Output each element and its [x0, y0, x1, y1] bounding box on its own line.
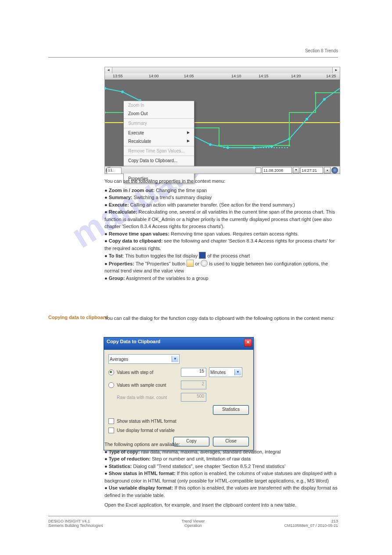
- ctx-summary: Summary: [124, 119, 194, 127]
- footer-date: CM110588en_07 / 2010-05-21: [284, 523, 338, 528]
- svg-point-13: [306, 118, 308, 120]
- tick-1: 14:00: [149, 74, 159, 78]
- chart-plot-area: Zoom In Zoom Out Summary Execute▶ Recalc…: [105, 80, 340, 167]
- svg-point-8: [209, 143, 212, 146]
- label-raw: Raw data with max. count: [117, 395, 178, 400]
- tick-5: 14:20: [291, 74, 301, 78]
- tick-6: 14:25: [326, 74, 336, 78]
- chart-screenshot: ◄ ► 13:55 14:00 14:05 14:10 14:15 14:20 …: [104, 67, 340, 174]
- svg-rect-19: [315, 92, 316, 94]
- chevron-down-icon[interactable]: ▼: [234, 369, 241, 375]
- p1: You can set the following properties in …: [104, 178, 339, 185]
- clock-icon: [201, 260, 208, 267]
- globe-icon-2[interactable]: [331, 167, 338, 174]
- label-html: Show status with HTML format: [117, 419, 176, 424]
- tick-0: 13:55: [113, 74, 123, 78]
- copy-intro: You can call the dialog for the function…: [104, 315, 339, 322]
- chevron-down-icon[interactable]: ▼: [172, 356, 178, 362]
- dialog-title: Copy Data to Clipboard: [107, 339, 160, 344]
- dialog-titlebar[interactable]: Copy Data to Clipboard ✕: [104, 337, 253, 350]
- text-block-2: The following options are available: ● T…: [104, 441, 339, 509]
- ctx-zoom-out[interactable]: Zoom Out: [124, 109, 194, 118]
- list-toggle-icon: [199, 252, 206, 259]
- time-axis: 13:55 14:00 14:05 14:10 14:15 14:20 14:2…: [105, 73, 340, 80]
- type-select[interactable]: Averages ▼: [108, 354, 180, 364]
- close-icon[interactable]: ✕: [244, 339, 252, 347]
- bold-props: Properties:: [109, 261, 134, 266]
- bold-html: Show status in HTML format:: [109, 471, 176, 476]
- type-select-value: Averages: [110, 357, 128, 362]
- bold-copy: Copy data to clipboard:: [109, 238, 163, 243]
- label-display-format: Use display format of variable: [117, 428, 175, 433]
- label-step: Values with step of: [117, 370, 178, 375]
- footer-left: DESIGO INSIGHT V4.1: [48, 519, 103, 523]
- radio-step[interactable]: [108, 370, 114, 375]
- props-icon-1: [187, 260, 194, 267]
- svg-rect-15: [105, 112, 106, 113]
- scroll-left-icon[interactable]: ◄: [105, 67, 112, 73]
- ctx-recalc[interactable]: Recalculate▶: [124, 137, 194, 145]
- bold-reduction: Type of reduction:: [109, 456, 151, 461]
- step-value-input[interactable]: 15: [181, 368, 206, 377]
- text-block-1: You can set the following properties in …: [104, 178, 339, 282]
- scrollbar[interactable]: ◄ ►: [105, 67, 340, 74]
- sample-value-input: 2: [181, 381, 206, 389]
- bold-dispfmt: Use variable display format:: [109, 485, 173, 490]
- unit-value: Minutes: [210, 370, 226, 375]
- raw-value-input: 500: [181, 393, 206, 402]
- chk-html[interactable]: [108, 418, 114, 424]
- unit-select[interactable]: Minutes ▼: [209, 367, 242, 377]
- bottom-checkbox[interactable]: [255, 167, 261, 173]
- p1-opts: The following options are available:: [104, 441, 339, 448]
- bold-summary: Summary:: [109, 195, 133, 200]
- p-last: Open the Excel application, for example,…: [104, 501, 339, 509]
- ctx-copy-data[interactable]: Copy Data to Clipboard...: [124, 156, 194, 165]
- scroll-right-icon[interactable]: ►: [332, 67, 340, 73]
- bold-copytype: Type of copy:: [109, 449, 140, 454]
- copy-dialog: Copy Data to Clipboard ✕ Averages ▼ Valu…: [104, 337, 254, 450]
- label-sample: Values with sample count: [117, 383, 178, 388]
- ctx-zoom-in: Zoom In: [124, 101, 194, 109]
- radio-sample[interactable]: [108, 382, 114, 388]
- date-dropdown-icon[interactable]: ▼: [293, 167, 299, 174]
- statistics-button[interactable]: Statistics: [213, 405, 249, 415]
- bold-recalc: Recalculate:: [109, 209, 137, 214]
- bold-execute: Execute:: [109, 202, 129, 207]
- bottom-left-datebox[interactable]: 11.: [107, 167, 122, 174]
- chart-bottom-bar: 11. 11.08.2008 ▼ 14:27:21 ▴: [105, 166, 340, 174]
- ctx-execute[interactable]: Execute▶: [124, 129, 194, 137]
- copy-heading: Copying data to clipboard: [48, 315, 108, 320]
- chk-display-format[interactable]: [108, 428, 114, 433]
- header-rule: [48, 57, 338, 58]
- bold-group: Group:: [109, 276, 125, 281]
- ctx-remove-span: Remove Time Span Values...: [124, 147, 194, 155]
- svg-point-14: [323, 98, 326, 101]
- tick-3: 14:10: [231, 74, 241, 78]
- svg-point-2: [105, 87, 106, 90]
- tick-2: 14:05: [184, 74, 194, 78]
- page-footer: Trend Viewer Operation DESIGO INSIGHT V4…: [48, 516, 338, 528]
- bold-stats: Statistics:: [109, 464, 132, 469]
- footer-right-3: Siemens Building Technologies: [48, 523, 103, 528]
- date-field[interactable]: 11.08.2008: [262, 167, 292, 174]
- bold-remove: Remove time span values:: [109, 231, 169, 236]
- bold-tolist: To list: [109, 253, 123, 258]
- bold-zoom: Zoom in / zoom out:: [109, 188, 155, 193]
- footer-pagenum: 213: [284, 519, 338, 523]
- tick-4: 14:15: [259, 74, 269, 78]
- time-field[interactable]: 14:27:21: [300, 167, 323, 174]
- time-spinner-icon[interactable]: ▴: [324, 167, 331, 174]
- svg-point-3: [121, 91, 124, 93]
- breadcrumb: Section 8 Trends: [305, 48, 338, 53]
